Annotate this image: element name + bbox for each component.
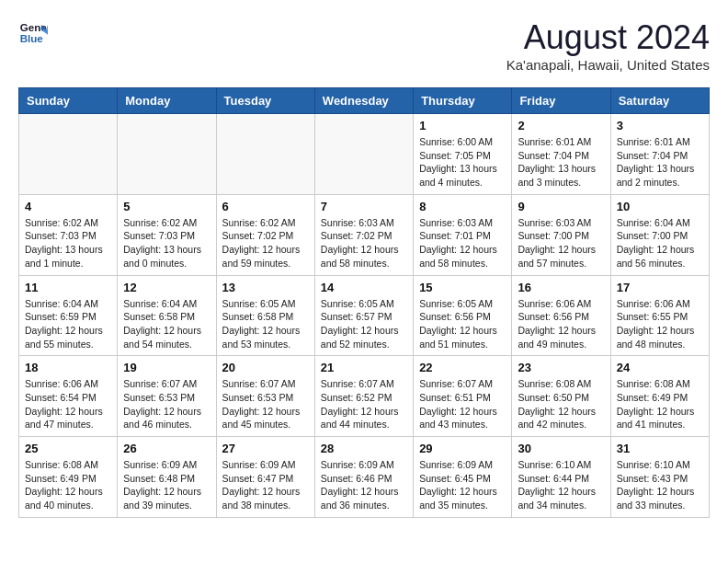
weekday-header-row: SundayMondayTuesdayWednesdayThursdayFrid… [19, 88, 710, 114]
day-cell: 26Sunrise: 6:09 AMSunset: 6:48 PMDayligh… [118, 437, 216, 518]
day-number: 13 [222, 281, 309, 294]
day-info: Sunrise: 6:01 AMSunset: 7:04 PMDaylight:… [518, 135, 604, 190]
day-number: 11 [25, 281, 111, 294]
day-number: 22 [419, 361, 506, 374]
day-number: 3 [617, 119, 703, 132]
day-number: 16 [518, 281, 604, 294]
day-cell [19, 114, 118, 195]
day-cell: 24Sunrise: 6:08 AMSunset: 6:49 PMDayligh… [610, 356, 709, 437]
day-cell: 18Sunrise: 6:06 AMSunset: 6:54 PMDayligh… [19, 356, 118, 437]
day-info: Sunrise: 6:07 AMSunset: 6:53 PMDaylight:… [222, 377, 309, 431]
day-number: 17 [617, 281, 703, 294]
day-info: Sunrise: 6:00 AMSunset: 7:05 PMDaylight:… [419, 135, 506, 190]
day-info: Sunrise: 6:03 AMSunset: 7:00 PMDaylight:… [518, 216, 604, 270]
day-cell [216, 114, 314, 195]
day-number: 19 [123, 361, 210, 374]
day-info: Sunrise: 6:08 AMSunset: 6:50 PMDaylight:… [518, 377, 604, 431]
day-cell: 5Sunrise: 6:02 AMSunset: 7:03 PMDaylight… [118, 194, 216, 275]
day-info: Sunrise: 6:07 AMSunset: 6:51 PMDaylight:… [419, 377, 506, 431]
day-cell: 3Sunrise: 6:01 AMSunset: 7:04 PMDaylight… [610, 114, 709, 195]
day-cell: 31Sunrise: 6:10 AMSunset: 6:43 PMDayligh… [610, 437, 709, 518]
day-number: 31 [617, 442, 703, 455]
day-cell: 4Sunrise: 6:02 AMSunset: 7:03 PMDaylight… [19, 194, 118, 275]
day-info: Sunrise: 6:09 AMSunset: 6:45 PMDaylight:… [419, 458, 506, 512]
logo-icon: General Blue [18, 18, 48, 48]
day-number: 25 [25, 442, 111, 455]
day-number: 7 [321, 200, 407, 213]
day-number: 10 [617, 200, 703, 213]
day-info: Sunrise: 6:06 AMSunset: 6:55 PMDaylight:… [617, 297, 703, 351]
day-number: 24 [617, 361, 703, 374]
day-number: 9 [518, 200, 604, 213]
day-number: 27 [222, 442, 309, 455]
day-info: Sunrise: 6:04 AMSunset: 7:00 PMDaylight:… [617, 216, 703, 270]
day-info: Sunrise: 6:10 AMSunset: 6:44 PMDaylight:… [518, 458, 604, 512]
day-number: 4 [25, 200, 111, 213]
day-number: 18 [25, 361, 111, 374]
day-info: Sunrise: 6:07 AMSunset: 6:52 PMDaylight:… [321, 377, 407, 431]
day-number: 12 [123, 281, 210, 294]
day-info: Sunrise: 6:05 AMSunset: 6:57 PMDaylight:… [321, 297, 407, 351]
day-cell: 20Sunrise: 6:07 AMSunset: 6:53 PMDayligh… [216, 356, 314, 437]
day-cell: 11Sunrise: 6:04 AMSunset: 6:59 PMDayligh… [19, 275, 118, 356]
day-info: Sunrise: 6:02 AMSunset: 7:03 PMDaylight:… [25, 216, 111, 270]
title-section: August 2024 Ka'anapali, Hawaii, United S… [506, 18, 710, 73]
weekday-header-monday: Monday [118, 88, 216, 114]
day-number: 1 [419, 119, 506, 132]
day-info: Sunrise: 6:01 AMSunset: 7:04 PMDaylight:… [617, 135, 703, 190]
day-info: Sunrise: 6:09 AMSunset: 6:47 PMDaylight:… [222, 458, 309, 512]
day-number: 20 [222, 361, 309, 374]
week-row-2: 4Sunrise: 6:02 AMSunset: 7:03 PMDaylight… [19, 194, 710, 275]
day-cell: 12Sunrise: 6:04 AMSunset: 6:58 PMDayligh… [118, 275, 216, 356]
day-cell: 25Sunrise: 6:08 AMSunset: 6:49 PMDayligh… [19, 437, 118, 518]
day-info: Sunrise: 6:09 AMSunset: 6:48 PMDaylight:… [123, 458, 210, 512]
day-cell: 23Sunrise: 6:08 AMSunset: 6:50 PMDayligh… [512, 356, 610, 437]
day-cell: 28Sunrise: 6:09 AMSunset: 6:46 PMDayligh… [314, 437, 413, 518]
weekday-header-friday: Friday [512, 88, 610, 114]
day-info: Sunrise: 6:02 AMSunset: 7:02 PMDaylight:… [222, 216, 309, 270]
day-number: 6 [222, 200, 309, 213]
day-info: Sunrise: 6:03 AMSunset: 7:02 PMDaylight:… [321, 216, 407, 270]
weekday-header-saturday: Saturday [610, 88, 709, 114]
week-row-5: 25Sunrise: 6:08 AMSunset: 6:49 PMDayligh… [19, 437, 710, 518]
day-number: 28 [321, 442, 407, 455]
logo: General Blue [18, 18, 48, 48]
day-info: Sunrise: 6:09 AMSunset: 6:46 PMDaylight:… [321, 458, 407, 512]
day-cell: 21Sunrise: 6:07 AMSunset: 6:52 PMDayligh… [314, 356, 413, 437]
svg-text:Blue: Blue [20, 33, 44, 44]
day-cell: 17Sunrise: 6:06 AMSunset: 6:55 PMDayligh… [610, 275, 709, 356]
day-info: Sunrise: 6:04 AMSunset: 6:58 PMDaylight:… [123, 297, 210, 351]
weekday-header-tuesday: Tuesday [216, 88, 314, 114]
week-row-3: 11Sunrise: 6:04 AMSunset: 6:59 PMDayligh… [19, 275, 710, 356]
day-info: Sunrise: 6:03 AMSunset: 7:01 PMDaylight:… [419, 216, 506, 270]
day-cell: 14Sunrise: 6:05 AMSunset: 6:57 PMDayligh… [314, 275, 413, 356]
day-cell: 10Sunrise: 6:04 AMSunset: 7:00 PMDayligh… [610, 194, 709, 275]
day-cell: 16Sunrise: 6:06 AMSunset: 6:56 PMDayligh… [512, 275, 610, 356]
day-cell: 22Sunrise: 6:07 AMSunset: 6:51 PMDayligh… [414, 356, 512, 437]
day-cell: 30Sunrise: 6:10 AMSunset: 6:44 PMDayligh… [512, 437, 610, 518]
day-info: Sunrise: 6:08 AMSunset: 6:49 PMDaylight:… [617, 377, 703, 431]
week-row-1: 1Sunrise: 6:00 AMSunset: 7:05 PMDaylight… [19, 114, 710, 195]
weekday-header-wednesday: Wednesday [314, 88, 413, 114]
day-number: 2 [518, 119, 604, 132]
weekday-header-sunday: Sunday [19, 88, 118, 114]
day-cell: 29Sunrise: 6:09 AMSunset: 6:45 PMDayligh… [414, 437, 512, 518]
day-number: 21 [321, 361, 407, 374]
page-header: General Blue August 2024 Ka'anapali, Haw… [18, 18, 710, 73]
day-number: 8 [419, 200, 506, 213]
day-number: 5 [123, 200, 210, 213]
day-info: Sunrise: 6:06 AMSunset: 6:54 PMDaylight:… [25, 377, 111, 431]
day-cell: 13Sunrise: 6:05 AMSunset: 6:58 PMDayligh… [216, 275, 314, 356]
month-title: August 2024 [506, 18, 710, 57]
day-info: Sunrise: 6:08 AMSunset: 6:49 PMDaylight:… [25, 458, 111, 512]
day-cell: 2Sunrise: 6:01 AMSunset: 7:04 PMDaylight… [512, 114, 610, 195]
day-cell: 15Sunrise: 6:05 AMSunset: 6:56 PMDayligh… [414, 275, 512, 356]
weekday-header-thursday: Thursday [414, 88, 512, 114]
day-cell: 6Sunrise: 6:02 AMSunset: 7:02 PMDaylight… [216, 194, 314, 275]
day-cell: 19Sunrise: 6:07 AMSunset: 6:53 PMDayligh… [118, 356, 216, 437]
day-cell: 1Sunrise: 6:00 AMSunset: 7:05 PMDaylight… [414, 114, 512, 195]
calendar-table: SundayMondayTuesdayWednesdayThursdayFrid… [18, 87, 710, 518]
day-number: 23 [518, 361, 604, 374]
day-number: 14 [321, 281, 407, 294]
day-number: 29 [419, 442, 506, 455]
